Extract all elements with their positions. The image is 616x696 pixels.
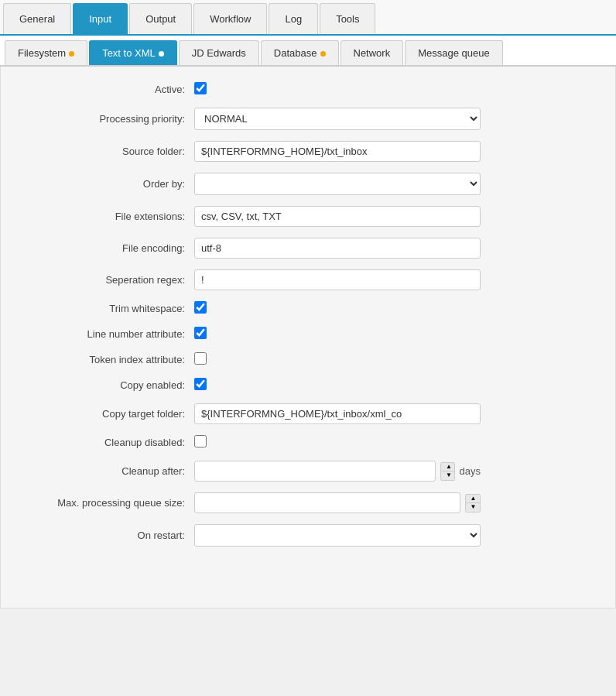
- max-processing-queue-size-input[interactable]: [194, 492, 460, 513]
- tab-general[interactable]: General: [3, 3, 71, 34]
- cleanup-after-spinner-wrapper: ▲ ▼ days: [194, 461, 481, 482]
- max-processing-queue-size-label: Max. processing queue size:: [24, 497, 194, 509]
- copy-enabled-control: [194, 378, 481, 393]
- tab-output[interactable]: Output: [129, 3, 192, 34]
- max-processing-queue-size-increment[interactable]: ▲: [466, 495, 481, 503]
- file-extensions-input[interactable]: [194, 206, 481, 227]
- filesystem-dot: [69, 51, 74, 57]
- on-restart-label: On restart:: [24, 530, 194, 541]
- on-restart-select[interactable]: Continue Restart Skip: [194, 524, 481, 547]
- text-to-xml-dot: [159, 51, 164, 57]
- cleanup-disabled-checkbox[interactable]: [194, 435, 207, 447]
- file-extensions-row: File extensions:: [24, 206, 592, 227]
- database-dot: [320, 51, 326, 57]
- source-folder-input[interactable]: [194, 141, 481, 162]
- token-index-attribute-label: Token index attribute:: [24, 354, 194, 365]
- sub-tab-filesystem[interactable]: Filesystem: [5, 40, 87, 65]
- file-encoding-control: [194, 238, 481, 259]
- cleanup-disabled-row: Cleanup disabled:: [24, 435, 592, 450]
- token-index-attribute-checkbox[interactable]: [194, 352, 207, 365]
- trim-whitespace-row: Trim whitespace:: [24, 301, 592, 316]
- file-extensions-control: [194, 206, 481, 227]
- order-by-select[interactable]: Name Date Size: [194, 173, 481, 195]
- sub-tab-jd-edwards[interactable]: JD Edwards: [179, 40, 259, 65]
- copy-target-folder-input[interactable]: [194, 403, 481, 424]
- copy-enabled-checkbox[interactable]: [194, 378, 207, 390]
- trim-whitespace-checkbox[interactable]: [194, 301, 207, 314]
- token-index-attribute-control: [194, 352, 481, 367]
- top-tab-bar: General Input Output Workflow Log Tools: [0, 0, 616, 36]
- tab-log[interactable]: Log: [269, 3, 318, 34]
- line-number-attribute-label: Line number attribute:: [24, 328, 194, 340]
- line-number-attribute-row: Line number attribute:: [24, 327, 592, 341]
- token-index-attribute-row: Token index attribute:: [24, 352, 592, 367]
- separation-regex-label: Seperation regex:: [24, 274, 194, 286]
- order-by-row: Order by: Name Date Size: [24, 173, 592, 195]
- max-processing-queue-size-decrement[interactable]: ▼: [466, 503, 481, 512]
- on-restart-control: Continue Restart Skip: [194, 524, 481, 547]
- file-extensions-label: File extensions:: [24, 211, 194, 222]
- on-restart-row: On restart: Continue Restart Skip: [24, 524, 592, 547]
- source-folder-control: [194, 141, 481, 162]
- trim-whitespace-control: [194, 301, 481, 316]
- max-processing-queue-size-spinner-wrapper: ▲ ▼: [194, 492, 481, 513]
- active-row: Active:: [24, 82, 592, 97]
- copy-target-folder-row: Copy target folder:: [24, 403, 592, 424]
- sub-tab-text-to-xml[interactable]: Text to XML: [89, 40, 177, 65]
- cleanup-disabled-control: [194, 435, 481, 450]
- sub-tab-bar: Filesystem Text to XML JD Edwards Databa…: [0, 36, 616, 67]
- cleanup-after-row: Cleanup after: ▲ ▼ days: [24, 461, 592, 482]
- cleanup-after-input[interactable]: [194, 461, 436, 482]
- processing-priority-row: Processing priority: NORMAL LOW HIGH: [24, 108, 592, 130]
- copy-enabled-row: Copy enabled:: [24, 378, 592, 393]
- separation-regex-input[interactable]: [194, 269, 481, 290]
- line-number-attribute-checkbox[interactable]: [194, 327, 207, 339]
- active-checkbox[interactable]: [194, 82, 207, 94]
- processing-priority-control: NORMAL LOW HIGH: [194, 108, 481, 130]
- cleanup-after-label: Cleanup after:: [24, 465, 194, 477]
- trim-whitespace-label: Trim whitespace:: [24, 303, 194, 314]
- tab-workflow[interactable]: Workflow: [193, 3, 267, 34]
- tab-input[interactable]: Input: [73, 3, 128, 34]
- sub-tab-network[interactable]: Network: [341, 40, 404, 65]
- sub-tab-message-queue[interactable]: Message queue: [405, 40, 503, 65]
- processing-priority-select[interactable]: NORMAL LOW HIGH: [194, 108, 481, 130]
- max-processing-queue-size-control: ▲ ▼: [194, 492, 481, 513]
- file-encoding-row: File encoding:: [24, 238, 592, 259]
- source-folder-row: Source folder:: [24, 141, 592, 162]
- main-content: Active: Processing priority: NORMAL LOW …: [0, 67, 616, 609]
- cleanup-after-decrement[interactable]: ▼: [441, 471, 455, 480]
- processing-priority-label: Processing priority:: [24, 113, 194, 125]
- copy-enabled-label: Copy enabled:: [24, 379, 194, 391]
- line-number-attribute-control: [194, 327, 481, 341]
- cleanup-after-control: ▲ ▼ days: [194, 461, 481, 482]
- separation-regex-control: [194, 269, 481, 290]
- max-processing-queue-size-row: Max. processing queue size: ▲ ▼: [24, 492, 592, 513]
- copy-target-folder-label: Copy target folder:: [24, 408, 194, 420]
- file-encoding-label: File encoding:: [24, 242, 194, 254]
- separation-regex-row: Seperation regex:: [24, 269, 592, 290]
- cleanup-after-increment[interactable]: ▲: [441, 463, 455, 471]
- copy-target-folder-control: [194, 403, 481, 424]
- order-by-control: Name Date Size: [194, 173, 481, 195]
- source-folder-label: Source folder:: [24, 146, 194, 157]
- active-label: Active:: [24, 84, 194, 95]
- cleanup-after-spinner-buttons: ▲ ▼: [440, 462, 455, 481]
- cleanup-disabled-label: Cleanup disabled:: [24, 437, 194, 448]
- sub-tab-database[interactable]: Database: [261, 40, 339, 65]
- order-by-label: Order by:: [24, 178, 194, 190]
- active-control: [194, 82, 481, 97]
- days-label: days: [460, 465, 481, 477]
- tab-tools[interactable]: Tools: [320, 3, 375, 34]
- file-encoding-input[interactable]: [194, 238, 481, 259]
- max-processing-queue-size-spinner-buttons: ▲ ▼: [465, 494, 481, 513]
